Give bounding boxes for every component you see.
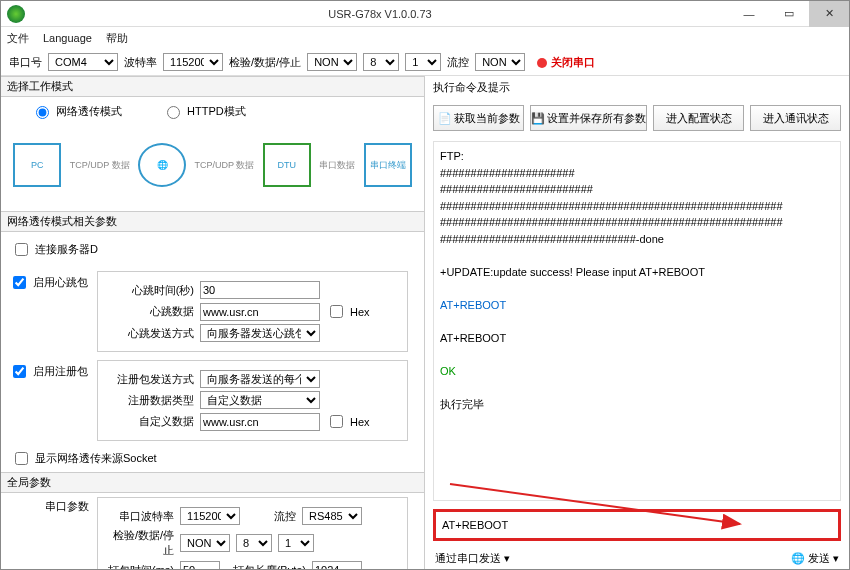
menu-help[interactable]: 帮助 (106, 31, 128, 46)
sp-packtime-input[interactable] (180, 561, 220, 570)
reg-type-label: 注册数据类型 (104, 393, 194, 408)
cmd-area-title: 执行命令及提示 (425, 76, 849, 99)
hb-time-input[interactable] (200, 281, 320, 299)
command-input-highlight (433, 509, 841, 541)
hb-time-label: 心跳时间(秒) (104, 283, 194, 298)
baud-label: 波特率 (124, 55, 157, 70)
databits-select[interactable]: 8 (363, 53, 399, 71)
app-icon (7, 5, 25, 23)
document-icon: 📄 (438, 112, 450, 124)
sp-flow-select[interactable]: RS485 (302, 507, 362, 525)
sp-packlen-label: 打包长度(Byte) (226, 563, 306, 571)
menubar: 文件 Language 帮助 (1, 27, 849, 49)
hb-send-select[interactable]: 向服务器发送心跳包 (200, 324, 320, 342)
serial-params-label: 串口参数 (9, 499, 89, 514)
get-params-button[interactable]: 📄获取当前参数 (433, 105, 524, 131)
hb-data-input[interactable] (200, 303, 320, 321)
diagram-pc: PC (13, 143, 61, 187)
serial-config-row: 串口号 COM4 波特率 115200 检验/数据/停止 NONE 8 1 流控… (1, 49, 849, 76)
diagram-serial-terminal: 串口终端 (364, 143, 412, 187)
send-via-dropdown[interactable]: 通过串口发送 ▾ (435, 551, 510, 566)
port-label: 串口号 (9, 55, 42, 70)
diagram-net: 🌐 (138, 143, 186, 187)
titlebar: USR-G78x V1.0.0.73 — ▭ ✕ (1, 1, 849, 27)
close-port-button[interactable]: 关闭串口 (537, 55, 595, 70)
menu-file[interactable]: 文件 (7, 31, 29, 46)
hb-send-label: 心跳发送方式 (104, 326, 194, 341)
flow-select[interactable]: NONE (475, 53, 525, 71)
sp-parity-select[interactable]: NONE (180, 534, 230, 552)
reg-send-select[interactable]: 向服务器发送的每个数据包 (200, 370, 320, 388)
save-icon: 💾 (531, 112, 543, 124)
reg-custom-input[interactable] (200, 413, 320, 431)
sp-data-select[interactable]: 8 (236, 534, 272, 552)
reg-type-select[interactable]: 自定义数据 (200, 391, 320, 409)
port-select[interactable]: COM4 (48, 53, 118, 71)
reg-hex-checkbox[interactable]: Hex (326, 412, 370, 431)
connect-server-checkbox[interactable]: 连接服务器D (11, 240, 414, 259)
mode-net-radio[interactable]: 网络透传模式 (31, 103, 122, 119)
sp-baud-select[interactable]: 115200 (180, 507, 240, 525)
enter-config-button[interactable]: 进入配置状态 (653, 105, 744, 131)
heartbeat-enable-checkbox[interactable]: 启用心跳包 (9, 273, 89, 292)
log-output[interactable]: FTP:####################################… (433, 141, 841, 501)
close-button[interactable]: ✕ (809, 1, 849, 27)
stopbits-select[interactable]: 1 (405, 53, 441, 71)
global-params-title: 全局参数 (1, 472, 424, 493)
register-enable-checkbox[interactable]: 启用注册包 (9, 362, 89, 381)
diagram-tcpudp-label2: TCP/UDP 数据 (194, 159, 254, 172)
sp-parity-label: 检验/数据/停止 (104, 528, 174, 558)
sp-flow-label: 流控 (246, 509, 296, 524)
enter-comm-button[interactable]: 进入通讯状态 (750, 105, 841, 131)
diagram-dtu: DTU (263, 143, 311, 187)
mode-group-title: 选择工作模式 (1, 76, 424, 97)
mode-diagram: PC TCP/UDP 数据 🌐 TCP/UDP 数据 DTU 串口数据 串口终端 (9, 125, 416, 205)
command-input[interactable] (440, 516, 834, 534)
send-button[interactable]: 🌐 发送 ▾ (791, 551, 839, 566)
sp-packtime-label: 打包时间(ms) (104, 563, 174, 571)
sp-stop-select[interactable]: 1 (278, 534, 314, 552)
baud-select[interactable]: 115200 (163, 53, 223, 71)
diagram-serialdata-label: 串口数据 (319, 159, 355, 172)
set-params-button[interactable]: 💾设置并保存所有参数 (530, 105, 647, 131)
parity-select[interactable]: NONE (307, 53, 357, 71)
parity-label: 检验/数据/停止 (229, 55, 301, 70)
hb-data-label: 心跳数据 (104, 304, 194, 319)
show-socket-checkbox[interactable]: 显示网络透传来源Socket (11, 449, 414, 468)
flow-label: 流控 (447, 55, 469, 70)
reg-custom-label: 自定义数据 (104, 414, 194, 429)
minimize-button[interactable]: — (729, 1, 769, 27)
status-dot-icon (537, 58, 547, 68)
menu-language[interactable]: Language (43, 32, 92, 44)
params-group-title: 网络透传模式相关参数 (1, 211, 424, 232)
sp-baud-label: 串口波特率 (104, 509, 174, 524)
mode-httpd-radio[interactable]: HTTPD模式 (162, 103, 246, 119)
reg-send-label: 注册包发送方式 (104, 372, 194, 387)
window-title: USR-G78x V1.0.0.73 (31, 8, 729, 20)
hb-hex-checkbox[interactable]: Hex (326, 302, 370, 321)
diagram-tcpudp-label: TCP/UDP 数据 (70, 159, 130, 172)
sp-packlen-input[interactable] (312, 561, 362, 570)
maximize-button[interactable]: ▭ (769, 1, 809, 27)
